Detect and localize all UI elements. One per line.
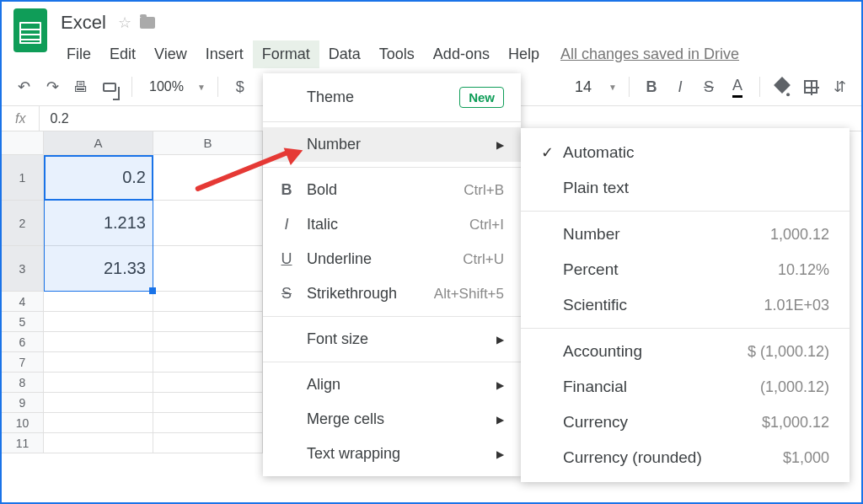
menu-edit[interactable]: Edit — [100, 40, 145, 68]
number-financial[interactable]: Financial (1,000.12) — [521, 369, 850, 405]
currency-button[interactable]: $ — [230, 77, 250, 97]
menu-data[interactable]: Data — [319, 40, 370, 68]
borders-button[interactable] — [801, 77, 821, 97]
separator — [521, 211, 850, 212]
new-badge: New — [459, 87, 504, 108]
cell-b10[interactable] — [153, 413, 263, 433]
row-header-10[interactable]: 10 — [2, 413, 44, 433]
cell-b1[interactable] — [153, 155, 263, 201]
sheets-logo[interactable] — [13, 8, 47, 52]
cell-b3[interactable] — [153, 246, 263, 292]
row-header-6[interactable]: 6 — [2, 332, 44, 352]
row-header-5[interactable]: 5 — [2, 312, 44, 332]
chevron-down-icon[interactable]: ▼ — [197, 83, 206, 92]
cell-a11[interactable] — [44, 433, 153, 453]
chevron-down-icon[interactable]: ▼ — [608, 83, 617, 92]
row-header-3[interactable]: 3 — [2, 246, 44, 292]
cell-a9[interactable] — [44, 393, 153, 413]
cell-b4[interactable] — [153, 292, 263, 312]
separator — [217, 77, 218, 97]
cell-b11[interactable] — [153, 433, 263, 453]
col-header-a[interactable]: A — [44, 131, 153, 155]
text-color-button[interactable]: A — [727, 77, 748, 97]
format-merge[interactable]: Merge cells ▶ — [263, 402, 521, 437]
menubar: File Edit View Insert Format Data Tools … — [57, 37, 850, 68]
menu-help[interactable]: Help — [499, 40, 549, 68]
star-icon[interactable]: ☆ — [118, 13, 131, 32]
number-currency[interactable]: Currency $1,000.12 — [521, 405, 850, 440]
row-header-2[interactable]: 2 — [2, 201, 44, 246]
cell-a4[interactable] — [44, 292, 153, 312]
cell-b7[interactable] — [153, 352, 263, 373]
cell-a2[interactable]: 1.213 — [44, 201, 153, 246]
separator — [629, 77, 630, 97]
merge-button[interactable]: ⇵ — [829, 77, 850, 97]
menu-insert[interactable]: Insert — [196, 40, 253, 68]
cell-a10[interactable] — [44, 413, 153, 433]
cell-a8[interactable] — [44, 373, 153, 393]
cell-a3[interactable]: 21.33 — [44, 246, 153, 292]
undo-button[interactable]: ↶ — [13, 77, 34, 97]
number-accounting[interactable]: Accounting $ (1,000.12) — [521, 334, 850, 369]
save-status[interactable]: All changes saved in Drive — [549, 40, 751, 68]
cell-a5[interactable] — [44, 312, 153, 332]
fx-icon: fx — [2, 106, 40, 131]
number-currency-rounded[interactable]: Currency (rounded) $1,000 — [521, 440, 850, 475]
number-scientific[interactable]: Scientific 1.01E+03 — [521, 287, 850, 323]
row-header-7[interactable]: 7 — [2, 352, 44, 373]
bold-button[interactable]: B — [641, 77, 662, 97]
font-size-select[interactable]: 14 — [566, 78, 600, 96]
cell-b8[interactable] — [153, 373, 263, 393]
separator — [521, 328, 850, 329]
paint-format-button[interactable] — [99, 77, 120, 97]
chevron-right-icon: ▶ — [496, 334, 504, 346]
italic-icon: I — [278, 216, 295, 233]
formula-input[interactable]: 0.2 — [40, 111, 78, 126]
separator — [759, 77, 760, 97]
cell-a6[interactable] — [44, 332, 153, 352]
cell-a7[interactable] — [44, 352, 153, 373]
format-fontsize[interactable]: Font size ▶ — [263, 322, 521, 357]
format-strike[interactable]: S Strikethrough Alt+Shift+5 — [263, 276, 521, 311]
cell-b2[interactable] — [153, 201, 263, 246]
format-theme[interactable]: Theme New — [263, 78, 521, 116]
row-header-11[interactable]: 11 — [2, 433, 44, 453]
format-bold[interactable]: B Bold Ctrl+B — [263, 173, 521, 207]
fill-color-button[interactable] — [772, 77, 792, 97]
zoom-select[interactable]: 100% — [144, 79, 189, 94]
menu-view[interactable]: View — [145, 40, 196, 68]
format-wrap[interactable]: Text wrapping ▶ — [263, 437, 521, 471]
row-header-8[interactable]: 8 — [2, 373, 44, 393]
menu-addons[interactable]: Add-ons — [424, 40, 499, 68]
number-percent[interactable]: Percent 10.12% — [521, 252, 850, 287]
italic-button[interactable]: I — [670, 77, 690, 97]
folder-icon[interactable] — [140, 17, 155, 29]
cell-a1[interactable]: 0.2 — [44, 155, 153, 201]
format-align[interactable]: Align ▶ — [263, 367, 521, 402]
strike-button[interactable]: S — [699, 77, 719, 97]
cell-b6[interactable] — [153, 332, 263, 352]
menu-file[interactable]: File — [57, 40, 100, 68]
row-header-9[interactable]: 9 — [2, 393, 44, 413]
menu-format[interactable]: Format — [253, 40, 319, 68]
format-italic[interactable]: I Italic Ctrl+I — [263, 207, 521, 242]
format-underline[interactable]: U Underline Ctrl+U — [263, 242, 521, 276]
check-icon: ✓ — [541, 143, 563, 162]
row-header-4[interactable]: 4 — [2, 292, 44, 312]
number-plaintext[interactable]: Plain text — [521, 170, 850, 206]
doc-name[interactable]: Excel — [57, 10, 110, 35]
format-number[interactable]: Number ▶ — [263, 127, 521, 162]
cell-b5[interactable] — [153, 312, 263, 332]
format-dropdown: Theme New Number ▶ B Bold Ctrl+B I Itali… — [263, 73, 521, 476]
separator — [263, 121, 521, 122]
row-header-1[interactable]: 1 — [2, 155, 44, 201]
print-button[interactable]: 🖶 — [71, 77, 91, 97]
redo-button[interactable]: ↷ — [42, 77, 62, 97]
col-header-b[interactable]: B — [153, 131, 263, 155]
cell-b9[interactable] — [153, 393, 263, 413]
bold-icon: B — [278, 181, 295, 199]
select-all-corner[interactable] — [2, 131, 44, 155]
number-automatic[interactable]: ✓ Automatic — [521, 135, 850, 170]
number-number[interactable]: Number 1,000.12 — [521, 217, 850, 252]
menu-tools[interactable]: Tools — [370, 40, 424, 68]
